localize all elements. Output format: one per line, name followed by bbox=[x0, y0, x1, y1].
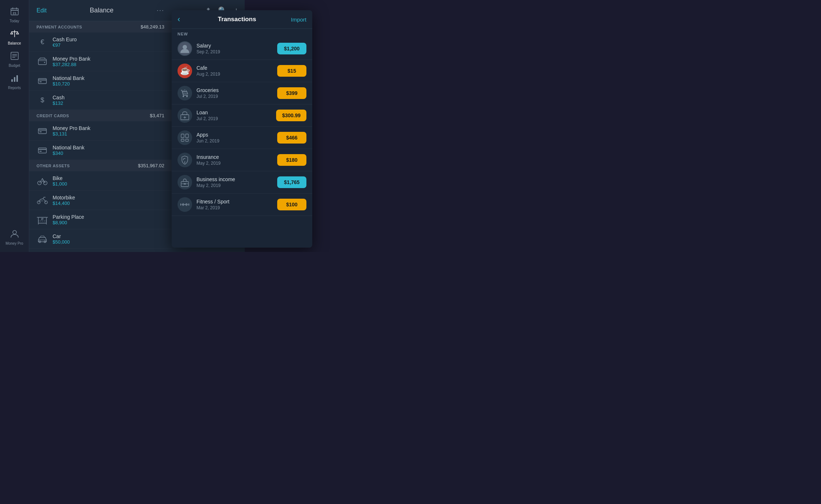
trans-row-insurance[interactable]: Insurance May 2, 2019 $180 bbox=[172, 149, 312, 171]
fitness-info: Fitness / Sport Mar 2, 2019 bbox=[196, 199, 273, 210]
insurance-info: Insurance May 2, 2019 bbox=[196, 154, 273, 166]
account-row-national-bank-cc[interactable]: National Bank $340 bbox=[29, 141, 172, 160]
svg-rect-60 bbox=[184, 183, 186, 184]
money-pro-bank-pay-info: Money Pro Bank $37,282.88 bbox=[53, 56, 164, 67]
salary-date: Sep 2, 2019 bbox=[196, 49, 273, 54]
parking-info: Parking Place $8,900 bbox=[53, 214, 164, 225]
apps-avatar bbox=[177, 130, 192, 145]
trans-row-salary[interactable]: Salary Sep 2, 2019 $1,200 bbox=[172, 38, 312, 60]
svg-text:21: 21 bbox=[12, 11, 16, 15]
sidebar-item-reports[interactable]: Reports bbox=[0, 70, 29, 93]
parking-balance: $8,900 bbox=[53, 220, 164, 225]
edit-button[interactable]: Edit bbox=[37, 7, 47, 14]
payment-accounts-header: PAYMENT ACCOUNTS $48,249.13 bbox=[29, 21, 172, 33]
sidebar-item-balance[interactable]: Balance bbox=[0, 26, 29, 48]
svg-rect-28 bbox=[38, 148, 46, 153]
content-area: Edit Balance ··· PAYMENT ACCOUNTS $48,24… bbox=[29, 0, 410, 252]
groceries-date: Jul 2, 2019 bbox=[196, 94, 273, 99]
bike-info: Bike $1,000 bbox=[53, 175, 164, 187]
svg-rect-54 bbox=[186, 134, 188, 138]
transactions-panel: ‹ Transactions Import NEW Salary Sep 2, … bbox=[172, 10, 312, 248]
loan-name: Loan bbox=[196, 110, 272, 115]
svg-point-33 bbox=[42, 178, 43, 179]
card-cc2-icon bbox=[37, 144, 48, 156]
fitness-name: Fitness / Sport bbox=[196, 199, 273, 205]
account-row-money-pro-bank-cc[interactable]: Money Pro Bank $3,131 bbox=[29, 121, 172, 141]
import-button[interactable]: Import bbox=[291, 16, 306, 23]
more-button[interactable]: ··· bbox=[157, 7, 164, 14]
car-name: Car bbox=[53, 233, 164, 239]
salary-amount[interactable]: $1,200 bbox=[277, 43, 306, 54]
new-section-label: NEW bbox=[172, 29, 312, 38]
account-row-parking[interactable]: P Parking Place $8,900 bbox=[29, 210, 172, 229]
back-button[interactable]: ‹ bbox=[177, 15, 180, 23]
assets-total: $351,967.02 bbox=[138, 163, 164, 168]
svg-rect-53 bbox=[181, 134, 184, 138]
cafe-date: Aug 2, 2019 bbox=[196, 72, 273, 77]
loan-avatar bbox=[177, 108, 192, 123]
sidebar-item-today[interactable]: 21 Today bbox=[0, 4, 29, 26]
account-row-national-bank-pay[interactable]: National Bank $10,720 bbox=[29, 71, 172, 91]
user-icon bbox=[10, 229, 19, 240]
account-row-cash-euro[interactable]: € Cash Euro €97 bbox=[29, 33, 172, 52]
svg-rect-30 bbox=[39, 151, 42, 152]
sidebar-label-reports: Reports bbox=[8, 86, 21, 90]
trans-row-fitness[interactable]: Fitness / Sport Mar 2, 2019 $100 bbox=[172, 194, 312, 216]
loan-amount[interactable]: $300.99 bbox=[276, 110, 306, 121]
account-row-car[interactable]: Car $50,000 bbox=[29, 229, 172, 249]
sidebar-item-moneypro[interactable]: Money Pro bbox=[0, 226, 29, 248]
balance-icon bbox=[10, 29, 19, 40]
business-amount[interactable]: $1,765 bbox=[277, 176, 306, 188]
budget-icon bbox=[10, 51, 19, 62]
insurance-amount[interactable]: $180 bbox=[277, 154, 306, 166]
insurance-date: May 2, 2019 bbox=[196, 161, 273, 166]
cash-name: Cash bbox=[53, 95, 164, 100]
cafe-amount[interactable]: $15 bbox=[277, 65, 306, 77]
car-icon bbox=[37, 233, 48, 245]
insurance-avatar bbox=[177, 153, 192, 167]
groceries-amount[interactable]: $399 bbox=[277, 87, 306, 99]
transactions-header: ‹ Transactions Import bbox=[172, 10, 312, 29]
apps-amount[interactable]: $466 bbox=[277, 132, 306, 144]
trans-row-business[interactable]: Business income May 2, 2019 $1,765 bbox=[172, 171, 312, 194]
card-cc1-icon bbox=[37, 125, 48, 137]
trans-row-groceries[interactable]: Groceries Jul 2, 2019 $399 bbox=[172, 82, 312, 104]
cafe-name: Cafe bbox=[196, 65, 273, 71]
account-row-bike[interactable]: Bike $1,000 bbox=[29, 171, 172, 191]
national-bank-pay-name: National Bank bbox=[53, 75, 164, 81]
accounts-column: Edit Balance ··· PAYMENT ACCOUNTS $48,24… bbox=[29, 0, 172, 252]
parking-name: Parking Place bbox=[53, 214, 164, 220]
trans-row-apps[interactable]: Apps Jun 2, 2019 $466 bbox=[172, 127, 312, 149]
account-row-money-pro-bank-pay[interactable]: Money Pro Bank $37,282.88 bbox=[29, 52, 172, 71]
dollar-icon: $ bbox=[37, 94, 48, 106]
apps-date: Jun 2, 2019 bbox=[196, 138, 273, 144]
fitness-amount[interactable]: $100 bbox=[277, 199, 306, 210]
svg-rect-56 bbox=[186, 139, 188, 141]
accounts-list: PAYMENT ACCOUNTS $48,249.13 € Cash Euro … bbox=[29, 21, 172, 252]
sidebar-label-today: Today bbox=[9, 19, 19, 23]
insurance-name: Insurance bbox=[196, 154, 273, 160]
bike-name: Bike bbox=[53, 175, 164, 181]
svg-point-17 bbox=[13, 230, 16, 234]
trans-row-cafe[interactable]: ☕ Cafe Aug 2, 2019 $15 bbox=[172, 60, 312, 82]
national-bank-cc-balance: $340 bbox=[53, 150, 164, 156]
business-avatar bbox=[177, 175, 192, 190]
account-row-cash[interactable]: $ Cash $132 bbox=[29, 91, 172, 110]
svg-rect-19 bbox=[38, 59, 46, 65]
fitness-avatar bbox=[177, 197, 192, 212]
account-row-motorbike[interactable]: Motorbike $14,400 bbox=[29, 191, 172, 210]
national-bank-cc-name: National Bank bbox=[53, 145, 164, 150]
money-pro-bank-pay-balance: $37,282.88 bbox=[53, 62, 164, 67]
money-pro-bank-cc-info: Money Pro Bank $3,131 bbox=[53, 125, 164, 137]
cash-euro-info: Cash Euro €97 bbox=[53, 37, 164, 48]
motorbike-info: Motorbike $14,400 bbox=[53, 195, 164, 206]
assets-header: OTHER ASSETS $351,967.02 bbox=[29, 160, 172, 171]
credit-cards-label: CREDIT CARDS bbox=[37, 114, 69, 118]
svg-rect-23 bbox=[39, 81, 42, 82]
business-name: Business income bbox=[196, 176, 273, 182]
payment-accounts-label: PAYMENT ACCOUNTS bbox=[37, 25, 82, 29]
trans-row-loan[interactable]: Loan Jul 2, 2019 $300.99 bbox=[172, 104, 312, 127]
svg-point-47 bbox=[183, 45, 187, 49]
cafe-info: Cafe Aug 2, 2019 bbox=[196, 65, 273, 77]
sidebar-item-budget[interactable]: Budget bbox=[0, 48, 29, 70]
